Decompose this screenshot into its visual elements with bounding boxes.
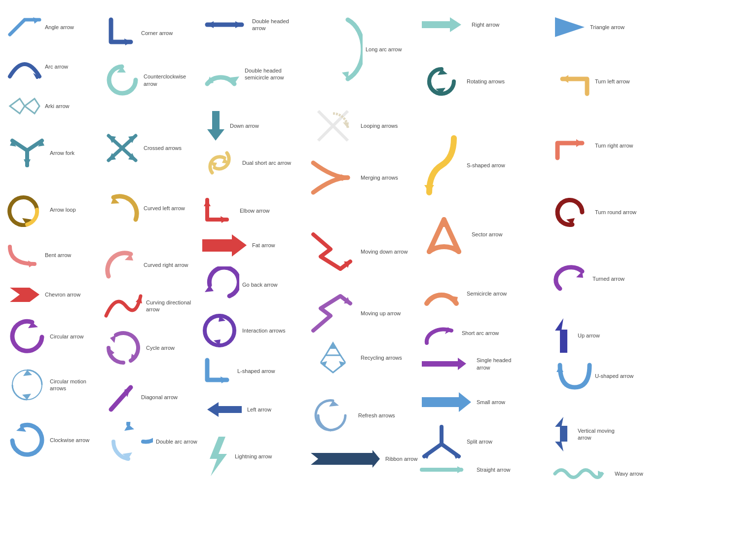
svg-rect-88 (560, 426, 567, 442)
short-arc-arrow-label: Short arc arrow (462, 330, 499, 336)
up-arrow-label: Up arrow (578, 332, 600, 339)
l-shaped-arrow-label: L-shaped arrow (237, 368, 275, 374)
clockwise-arrow-label: Clockwise arrow (50, 437, 89, 444)
counterclockwise-arrow-label: Counterclockwise arrow (144, 73, 193, 87)
left-arrow-label: Left arrow (247, 406, 271, 413)
left-arrow-item: Left arrow (200, 400, 271, 419)
corner-arrow-item: Corner arrow (104, 15, 173, 52)
arrow-fork-label: Arrow fork (50, 149, 74, 156)
ribbon-arrow-label: Ribbon arrow (385, 455, 417, 462)
split-arrow-item: Split arrow (419, 422, 492, 461)
circular-arrow-label: Circular arrow (50, 333, 83, 340)
refresh-arrows-label: Refresh arrows (358, 412, 395, 419)
crossed-arrows-item: Crossed arrows (104, 131, 182, 165)
turn-right-arrow-item: Turn right arrow (553, 128, 633, 163)
s-shaped-arrow-label: S-shaped arrow (467, 162, 505, 169)
arrow-loop-item: Arrow loop (7, 192, 76, 227)
merging-arrows-label: Merging arrows (361, 174, 398, 181)
svg-marker-65 (450, 17, 461, 32)
short-arc-arrow-item: Short arc arrow (419, 316, 499, 350)
double-headed-arrow-item: Double headed arrow (200, 15, 301, 35)
split-arrow-label: Split arrow (467, 438, 492, 445)
vertical-moving-arrow-label: Vertical moving arrow (578, 427, 627, 442)
svg-marker-35 (235, 21, 242, 28)
fat-arrow-item: Fat arrow (200, 232, 275, 259)
wavy-arrow-item: Wavy arrow (553, 464, 643, 484)
l-shaped-arrow-item: L-shaped arrow (200, 355, 275, 387)
turn-left-arrow-item: Turn left arrow (553, 64, 630, 99)
svg-marker-48 (221, 376, 227, 383)
fat-arrow-label: Fat arrow (252, 242, 275, 249)
svg-rect-49 (215, 406, 242, 413)
looping-arrows-label: Looping arrows (361, 122, 398, 129)
lightning-arrow-item: Lightning arrow (205, 434, 272, 479)
u-shaped-arrow-label: U-shaped arrow (595, 373, 633, 379)
svg-marker-80 (562, 75, 568, 83)
small-arrow-item: Small arrow (419, 390, 505, 414)
main-canvas: Angle arrow Arc arrow Arki arrow Arrow f… (0, 0, 740, 560)
arc-arrow-item: Arc arrow (7, 54, 68, 79)
svg-marker-31 (124, 424, 134, 431)
svg-marker-81 (576, 139, 582, 147)
curved-right-arrow-label: Curved right arrow (144, 261, 188, 268)
cycle-arrow-label: Cycle arrow (146, 344, 175, 351)
go-back-arrow-item: Go back arrow (200, 266, 278, 303)
turn-round-arrow-label: Turn round arrow (595, 209, 636, 216)
svg-marker-50 (207, 402, 219, 417)
sector-arrow-item: Sector arrow (419, 212, 502, 257)
svg-marker-44 (202, 234, 247, 257)
elbow-arrow-label: Elbow arrow (240, 207, 270, 214)
svg-rect-85 (560, 330, 567, 353)
bent-arrow-item: Bent arrow (7, 242, 71, 269)
bent-arrow-label: Bent arrow (45, 252, 71, 259)
straight-arrow-label: Straight arrow (477, 466, 510, 473)
triangle-arrow-label: Triangle arrow (590, 24, 625, 31)
svg-marker-68 (424, 185, 434, 192)
turned-arrow-label: Turned arrow (592, 275, 625, 282)
wavy-arrow-label: Wavy arrow (615, 470, 643, 477)
moving-down-arrow-label: Moving down arrow (361, 248, 407, 255)
svg-marker-28 (110, 335, 116, 343)
svg-marker-6 (24, 159, 31, 166)
rotating-arrows-label: Rotating arrows (467, 78, 505, 85)
svg-marker-79 (555, 17, 585, 37)
svg-marker-63 (311, 450, 380, 468)
vertical-moving-arrow-item: Vertical moving arrow (553, 414, 627, 454)
svg-marker-87 (555, 417, 563, 427)
svg-marker-52 (342, 72, 349, 79)
semicircle-arrow-label: Semicircle arrow (467, 290, 507, 297)
clockwise-arrow-item: Clockwise arrow (7, 422, 89, 459)
u-shaped-arrow-item: U-shaped arrow (553, 360, 633, 392)
arki-arrow-label: Arki arrow (45, 103, 70, 110)
arc-arrow-label: Arc arrow (45, 63, 68, 70)
curved-right-arrow-item: Curved right arrow (104, 247, 188, 284)
angle-arrow-label: Angle arrow (45, 24, 74, 31)
semicircle-arrow-item: Semicircle arrow (419, 274, 507, 313)
straight-arrow-item: Straight arrow (419, 461, 510, 479)
crossed-arrows-label: Crossed arrows (144, 145, 182, 151)
svg-marker-74 (422, 392, 471, 412)
moving-up-arrow-label: Moving up arrow (361, 310, 401, 317)
svg-marker-8 (28, 261, 35, 267)
angle-arrow-item: Angle arrow (7, 15, 74, 39)
svg-rect-72 (422, 361, 461, 367)
rotating-arrows-item: Rotating arrows (419, 59, 505, 104)
circular-motion-arrows-label: Circular motion arrows (50, 378, 99, 392)
turn-right-arrow-label: Turn right arrow (595, 142, 633, 149)
double-headed-semicircle-arrow-label: Double headed semicircle arrow (245, 67, 294, 81)
long-arc-arrow-item: Long arc arrow (308, 15, 402, 84)
go-back-arrow-label: Go back arrow (242, 281, 278, 288)
turn-round-arrow-item: Turn round arrow (553, 192, 636, 232)
svg-marker-39 (207, 129, 224, 141)
counterclockwise-arrow-item: Counterclockwise arrow (104, 62, 193, 99)
lightning-arrow-label: Lightning arrow (235, 453, 272, 460)
sector-arrow-label: Sector arrow (472, 231, 502, 238)
svg-marker-15 (124, 38, 131, 45)
down-arrow-item: Down arrow (205, 109, 259, 143)
curved-left-arrow-item: Curved left arrow (104, 190, 185, 227)
svg-marker-43 (204, 200, 211, 206)
moving-down-arrow-item: Moving down arrow (308, 229, 407, 274)
recycling-arrows-item: Recycling arrows (308, 336, 402, 380)
turn-left-arrow-label: Turn left arrow (595, 78, 630, 85)
diagonal-arrow-item: Diagonal arrow (104, 380, 178, 414)
